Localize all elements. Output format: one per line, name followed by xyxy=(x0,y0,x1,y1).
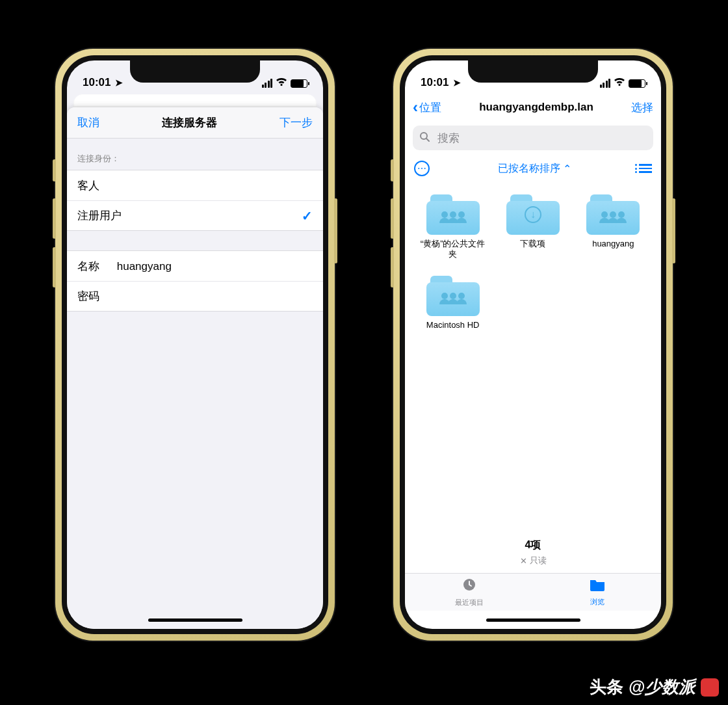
name-value: huangyang xyxy=(117,260,172,273)
back-button[interactable]: ‹ 位置 xyxy=(413,100,441,115)
password-field-row[interactable]: 密码 xyxy=(67,281,323,311)
folder-icon xyxy=(426,194,480,235)
cellular-signal-icon xyxy=(600,79,611,88)
folder-icon: ↓ xyxy=(506,194,560,235)
wifi-icon xyxy=(614,77,625,89)
folder-item[interactable]: “黄杨”的公共文件夹 xyxy=(417,194,489,260)
sort-row: ⋯ 已按名称排序 ⌃ xyxy=(405,157,661,184)
folder-grid: “黄杨”的公共文件夹 ↓ 下载项 huangyang xyxy=(405,184,661,341)
folder-item[interactable]: huangyang xyxy=(577,194,649,260)
folder-item[interactable]: ↓ 下载项 xyxy=(497,194,569,260)
x-icon: ✕ xyxy=(520,556,527,566)
chevron-up-icon: ⌃ xyxy=(563,163,571,175)
readonly-label: 只读 xyxy=(530,555,547,566)
folder-icon xyxy=(586,194,640,235)
wifi-icon xyxy=(276,77,287,89)
status-bar: 10:01 ➤ xyxy=(67,60,323,92)
power-button[interactable] xyxy=(672,198,675,263)
status-time: 10:01 ➤ xyxy=(421,76,461,89)
folder-name: Macintosh HD xyxy=(417,320,489,330)
modal-navbar: 取消 连接服务器 下一步 xyxy=(67,107,323,139)
credentials-group: 名称 huangyang 密码 xyxy=(67,250,323,312)
cellular-signal-icon xyxy=(262,79,273,88)
identity-guest-label: 客人 xyxy=(77,178,99,193)
cancel-button[interactable]: 取消 xyxy=(77,115,99,130)
silent-switch[interactable] xyxy=(391,159,394,181)
svg-line-1 xyxy=(426,139,429,141)
password-label: 密码 xyxy=(77,289,114,304)
folder-item[interactable]: Macintosh HD xyxy=(417,276,489,330)
silent-switch[interactable] xyxy=(53,159,56,181)
folder-name: “黄杨”的公共文件夹 xyxy=(417,239,489,260)
volume-down-button[interactable] xyxy=(391,247,394,287)
folder-tab-icon xyxy=(589,578,606,596)
volume-up-button[interactable] xyxy=(53,198,56,239)
folder-summary: 4项 ✕ 只读 xyxy=(405,527,661,573)
watermark: 头条 @少数派 xyxy=(590,676,719,698)
folder-icon xyxy=(426,276,480,316)
folder-name: 下载项 xyxy=(497,239,569,249)
modal-title: 连接服务器 xyxy=(162,115,217,130)
status-time: 10:01 ➤ xyxy=(83,76,123,89)
power-button[interactable] xyxy=(334,198,337,263)
identity-registered-label: 注册用户 xyxy=(77,208,122,223)
location-title: huangyangdembp.lan xyxy=(479,101,593,114)
checkmark-icon: ✓ xyxy=(302,208,313,224)
phone-frame-right: 10:01 ➤ ‹ 位置 huangyangdembp.lan 选择 xyxy=(393,49,673,641)
readonly-indicator: ✕ 只读 xyxy=(405,555,661,566)
volume-up-button[interactable] xyxy=(391,198,394,239)
tab-recent-label: 最近项目 xyxy=(455,598,484,607)
clock-icon xyxy=(462,577,477,596)
search-placeholder-text: 搜索 xyxy=(437,131,460,146)
status-bar: 10:01 ➤ xyxy=(405,60,661,92)
more-options-button[interactable]: ⋯ xyxy=(414,161,430,176)
watermark-author: @少数派 xyxy=(629,676,696,698)
battery-icon xyxy=(291,79,307,88)
identity-group: 客人 注册用户 ✓ xyxy=(67,170,323,231)
tab-browse-label: 浏览 xyxy=(590,597,604,607)
battery-icon xyxy=(629,79,645,88)
next-button[interactable]: 下一步 xyxy=(280,115,313,130)
back-label: 位置 xyxy=(419,100,441,115)
watermark-brand: 头条 xyxy=(590,676,623,698)
people-icon xyxy=(426,276,480,316)
identity-section-header: 连接身份： xyxy=(67,139,323,170)
sort-label: 已按名称排序 xyxy=(498,162,560,176)
files-navbar: ‹ 位置 huangyangdembp.lan 选择 xyxy=(405,92,661,123)
identity-guest-row[interactable]: 客人 xyxy=(67,170,323,200)
identity-registered-row[interactable]: 注册用户 ✓ xyxy=(67,200,323,230)
folder-name: huangyang xyxy=(577,239,649,249)
background-card xyxy=(73,94,317,107)
item-count: 4项 xyxy=(405,539,661,552)
watermark-logo-icon xyxy=(701,678,719,697)
phone-frame-left: 10:01 ➤ 取消 连接服务器 下一步 连接身份： xyxy=(55,49,335,641)
tab-browse[interactable]: 浏览 xyxy=(533,574,661,611)
list-view-button[interactable] xyxy=(639,164,652,173)
connect-server-modal: 取消 连接服务器 下一步 连接身份： 客人 注册用户 ✓ xyxy=(67,107,323,629)
home-indicator[interactable] xyxy=(405,611,661,629)
people-icon xyxy=(586,194,640,235)
home-indicator[interactable] xyxy=(67,611,323,629)
search-input[interactable]: 搜索 xyxy=(413,126,653,150)
tab-bar: 最近项目 浏览 xyxy=(405,573,661,611)
select-button[interactable]: 选择 xyxy=(631,100,653,115)
search-icon xyxy=(419,131,430,145)
name-label: 名称 xyxy=(77,259,114,274)
name-field-row[interactable]: 名称 huangyang xyxy=(67,251,323,281)
volume-down-button[interactable] xyxy=(53,247,56,287)
location-arrow-icon: ➤ xyxy=(450,77,461,88)
people-icon xyxy=(426,194,480,235)
tab-recent[interactable]: 最近项目 xyxy=(405,574,533,611)
download-icon: ↓ xyxy=(506,194,560,235)
sort-button[interactable]: 已按名称排序 ⌃ xyxy=(498,162,571,176)
location-arrow-icon: ➤ xyxy=(112,77,123,88)
